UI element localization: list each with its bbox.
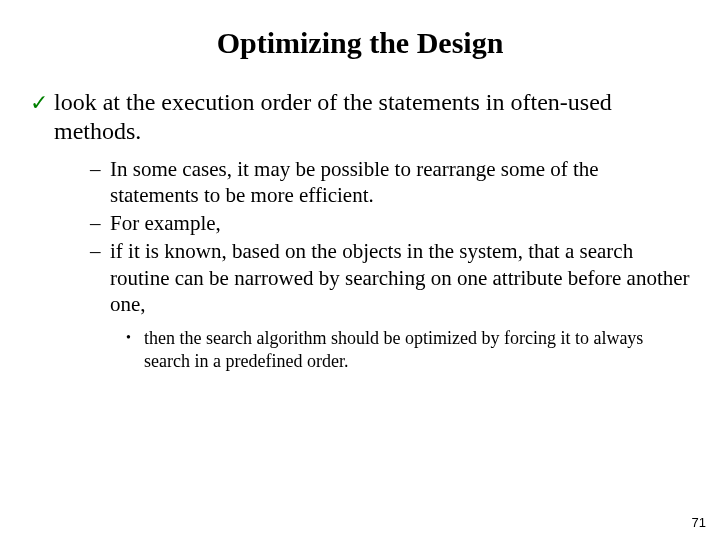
- list-item: – In some cases, it may be possible to r…: [90, 156, 690, 209]
- list-item: – For example,: [90, 210, 690, 236]
- bullet-text: then the search algorithm should be opti…: [144, 327, 690, 372]
- page-number: 71: [692, 515, 706, 530]
- bullet-dot-icon: •: [126, 329, 144, 347]
- bullet-list-level1: ✓ look at the execution order of the sta…: [30, 88, 690, 146]
- check-icon: ✓: [30, 90, 54, 116]
- endash-icon: –: [90, 238, 110, 264]
- endash-icon: –: [90, 156, 110, 182]
- slide: Optimizing the Design ✓ look at the exec…: [0, 0, 720, 540]
- bullet-text: For example,: [110, 210, 690, 236]
- bullet-text: if it is known, based on the objects in …: [110, 238, 690, 317]
- list-item: • then the search algorithm should be op…: [126, 327, 690, 372]
- list-item: – if it is known, based on the objects i…: [90, 238, 690, 317]
- bullet-text: In some cases, it may be possible to rea…: [110, 156, 690, 209]
- endash-icon: –: [90, 210, 110, 236]
- bullet-list-level2: – In some cases, it may be possible to r…: [90, 156, 690, 318]
- bullet-text: look at the execution order of the state…: [54, 88, 690, 146]
- list-item: ✓ look at the execution order of the sta…: [30, 88, 690, 146]
- bullet-list-level3: • then the search algorithm should be op…: [126, 327, 690, 372]
- slide-title: Optimizing the Design: [30, 26, 690, 60]
